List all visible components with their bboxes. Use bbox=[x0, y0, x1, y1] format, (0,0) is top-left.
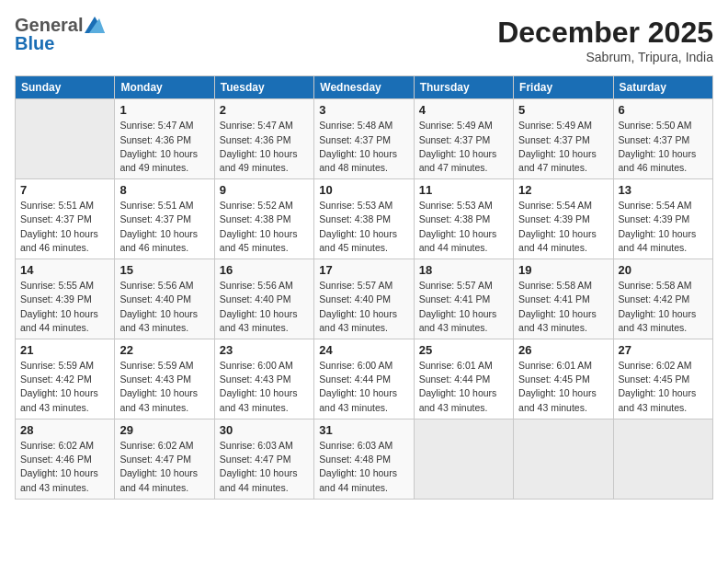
day-info: Sunrise: 5:58 AM Sunset: 4:41 PM Dayligh… bbox=[518, 279, 608, 335]
day-number: 18 bbox=[419, 263, 508, 277]
calendar-cell: 15Sunrise: 5:56 AM Sunset: 4:40 PM Dayli… bbox=[115, 259, 214, 339]
calendar-cell: 29Sunrise: 6:02 AM Sunset: 4:47 PM Dayli… bbox=[115, 419, 214, 499]
day-info: Sunrise: 6:00 AM Sunset: 4:44 PM Dayligh… bbox=[319, 359, 408, 415]
day-number: 2 bbox=[220, 103, 309, 117]
day-number: 5 bbox=[518, 103, 608, 117]
day-info: Sunrise: 5:49 AM Sunset: 4:37 PM Dayligh… bbox=[518, 119, 608, 175]
day-info: Sunrise: 5:51 AM Sunset: 4:37 PM Dayligh… bbox=[20, 199, 109, 255]
page-header: General Blue December 2025 Sabrum, Tripu… bbox=[15, 15, 713, 64]
logo-general: General bbox=[15, 15, 83, 35]
day-number: 28 bbox=[20, 423, 109, 437]
day-info: Sunrise: 5:54 AM Sunset: 4:39 PM Dayligh… bbox=[518, 199, 608, 255]
calendar-cell: 28Sunrise: 6:02 AM Sunset: 4:46 PM Dayli… bbox=[16, 419, 115, 499]
day-info: Sunrise: 6:02 AM Sunset: 4:47 PM Dayligh… bbox=[119, 439, 209, 495]
day-info: Sunrise: 6:00 AM Sunset: 4:43 PM Dayligh… bbox=[220, 359, 309, 415]
weekday-header-thursday: Thursday bbox=[414, 76, 513, 99]
calendar-table: SundayMondayTuesdayWednesdayThursdayFrid… bbox=[15, 75, 713, 499]
calendar-cell: 13Sunrise: 5:54 AM Sunset: 4:39 PM Dayli… bbox=[613, 179, 712, 259]
day-info: Sunrise: 5:52 AM Sunset: 4:38 PM Dayligh… bbox=[220, 199, 309, 255]
day-number: 11 bbox=[419, 183, 508, 197]
calendar-cell: 3Sunrise: 5:48 AM Sunset: 4:37 PM Daylig… bbox=[314, 99, 414, 179]
calendar-cell: 7Sunrise: 5:51 AM Sunset: 4:37 PM Daylig… bbox=[16, 179, 115, 259]
day-info: Sunrise: 5:59 AM Sunset: 4:42 PM Dayligh… bbox=[20, 359, 109, 415]
day-number: 22 bbox=[119, 343, 209, 357]
day-info: Sunrise: 5:53 AM Sunset: 4:38 PM Dayligh… bbox=[319, 199, 408, 255]
calendar-cell: 26Sunrise: 6:01 AM Sunset: 4:45 PM Dayli… bbox=[514, 339, 613, 419]
calendar-cell: 1Sunrise: 5:47 AM Sunset: 4:36 PM Daylig… bbox=[115, 99, 214, 179]
day-info: Sunrise: 6:03 AM Sunset: 4:47 PM Dayligh… bbox=[220, 439, 309, 495]
location-subtitle: Sabrum, Tripura, India bbox=[497, 50, 713, 64]
day-info: Sunrise: 5:48 AM Sunset: 4:37 PM Dayligh… bbox=[319, 119, 408, 175]
weekday-header-saturday: Saturday bbox=[613, 76, 712, 99]
weekday-header-friday: Friday bbox=[514, 76, 613, 99]
calendar-cell: 23Sunrise: 6:00 AM Sunset: 4:43 PM Dayli… bbox=[214, 339, 313, 419]
day-info: Sunrise: 5:55 AM Sunset: 4:39 PM Dayligh… bbox=[20, 279, 109, 335]
day-number: 16 bbox=[220, 263, 309, 277]
day-number: 17 bbox=[319, 263, 408, 277]
calendar-cell: 24Sunrise: 6:00 AM Sunset: 4:44 PM Dayli… bbox=[314, 339, 414, 419]
day-info: Sunrise: 5:47 AM Sunset: 4:36 PM Dayligh… bbox=[119, 119, 209, 175]
day-info: Sunrise: 5:56 AM Sunset: 4:40 PM Dayligh… bbox=[220, 279, 309, 335]
weekday-header-tuesday: Tuesday bbox=[214, 76, 313, 99]
day-info: Sunrise: 5:49 AM Sunset: 4:37 PM Dayligh… bbox=[419, 119, 508, 175]
week-row-1: 1Sunrise: 5:47 AM Sunset: 4:36 PM Daylig… bbox=[16, 99, 713, 179]
day-number: 31 bbox=[319, 423, 408, 437]
day-number: 25 bbox=[419, 343, 508, 357]
day-number: 13 bbox=[619, 183, 708, 197]
day-info: Sunrise: 5:59 AM Sunset: 4:43 PM Dayligh… bbox=[119, 359, 209, 415]
calendar-cell: 22Sunrise: 5:59 AM Sunset: 4:43 PM Dayli… bbox=[115, 339, 214, 419]
calendar-cell: 14Sunrise: 5:55 AM Sunset: 4:39 PM Dayli… bbox=[16, 259, 115, 339]
day-number: 29 bbox=[119, 423, 209, 437]
calendar-cell: 31Sunrise: 6:03 AM Sunset: 4:48 PM Dayli… bbox=[314, 419, 414, 499]
month-title: December 2025 bbox=[497, 15, 713, 50]
logo-blue: Blue bbox=[15, 33, 54, 53]
day-number: 9 bbox=[220, 183, 309, 197]
day-number: 14 bbox=[20, 263, 109, 277]
day-info: Sunrise: 5:50 AM Sunset: 4:37 PM Dayligh… bbox=[619, 119, 708, 175]
calendar-cell: 25Sunrise: 6:01 AM Sunset: 4:44 PM Dayli… bbox=[414, 339, 513, 419]
day-number: 21 bbox=[20, 343, 109, 357]
calendar-cell: 8Sunrise: 5:51 AM Sunset: 4:37 PM Daylig… bbox=[115, 179, 214, 259]
day-number: 20 bbox=[619, 263, 708, 277]
calendar-cell: 17Sunrise: 5:57 AM Sunset: 4:40 PM Dayli… bbox=[314, 259, 414, 339]
calendar-cell: 30Sunrise: 6:03 AM Sunset: 4:47 PM Dayli… bbox=[214, 419, 313, 499]
day-info: Sunrise: 5:57 AM Sunset: 4:41 PM Dayligh… bbox=[419, 279, 508, 335]
calendar-cell bbox=[613, 419, 712, 499]
week-row-5: 28Sunrise: 6:02 AM Sunset: 4:46 PM Dayli… bbox=[16, 419, 713, 499]
day-number: 26 bbox=[518, 343, 608, 357]
day-info: Sunrise: 5:56 AM Sunset: 4:40 PM Dayligh… bbox=[119, 279, 209, 335]
calendar-cell: 21Sunrise: 5:59 AM Sunset: 4:42 PM Dayli… bbox=[16, 339, 115, 419]
day-info: Sunrise: 5:58 AM Sunset: 4:42 PM Dayligh… bbox=[619, 279, 708, 335]
calendar-cell: 18Sunrise: 5:57 AM Sunset: 4:41 PM Dayli… bbox=[414, 259, 513, 339]
day-number: 23 bbox=[220, 343, 309, 357]
day-info: Sunrise: 6:01 AM Sunset: 4:45 PM Dayligh… bbox=[518, 359, 608, 415]
weekday-header-monday: Monday bbox=[115, 76, 214, 99]
calendar-cell: 2Sunrise: 5:47 AM Sunset: 4:36 PM Daylig… bbox=[214, 99, 313, 179]
calendar-cell: 4Sunrise: 5:49 AM Sunset: 4:37 PM Daylig… bbox=[414, 99, 513, 179]
day-info: Sunrise: 5:57 AM Sunset: 4:40 PM Dayligh… bbox=[319, 279, 408, 335]
weekday-header-sunday: Sunday bbox=[16, 76, 115, 99]
calendar-cell: 9Sunrise: 5:52 AM Sunset: 4:38 PM Daylig… bbox=[214, 179, 313, 259]
day-number: 1 bbox=[119, 103, 209, 117]
calendar-cell: 12Sunrise: 5:54 AM Sunset: 4:39 PM Dayli… bbox=[514, 179, 613, 259]
day-info: Sunrise: 6:02 AM Sunset: 4:45 PM Dayligh… bbox=[619, 359, 708, 415]
calendar-cell: 20Sunrise: 5:58 AM Sunset: 4:42 PM Dayli… bbox=[613, 259, 712, 339]
week-row-4: 21Sunrise: 5:59 AM Sunset: 4:42 PM Dayli… bbox=[16, 339, 713, 419]
calendar-cell: 27Sunrise: 6:02 AM Sunset: 4:45 PM Dayli… bbox=[613, 339, 712, 419]
day-info: Sunrise: 6:01 AM Sunset: 4:44 PM Dayligh… bbox=[419, 359, 508, 415]
calendar-cell bbox=[16, 99, 115, 179]
logo-icon bbox=[85, 17, 105, 33]
day-number: 6 bbox=[619, 103, 708, 117]
logo: General Blue bbox=[15, 15, 105, 53]
calendar-cell: 11Sunrise: 5:53 AM Sunset: 4:38 PM Dayli… bbox=[414, 179, 513, 259]
week-row-3: 14Sunrise: 5:55 AM Sunset: 4:39 PM Dayli… bbox=[16, 259, 713, 339]
day-info: Sunrise: 6:02 AM Sunset: 4:46 PM Dayligh… bbox=[20, 439, 109, 495]
title-block: December 2025 Sabrum, Tripura, India bbox=[497, 15, 713, 64]
calendar-cell: 5Sunrise: 5:49 AM Sunset: 4:37 PM Daylig… bbox=[514, 99, 613, 179]
day-number: 7 bbox=[20, 183, 109, 197]
day-info: Sunrise: 6:03 AM Sunset: 4:48 PM Dayligh… bbox=[319, 439, 408, 495]
day-number: 12 bbox=[518, 183, 608, 197]
calendar-cell bbox=[414, 419, 513, 499]
weekday-header-wednesday: Wednesday bbox=[314, 76, 414, 99]
day-number: 24 bbox=[319, 343, 408, 357]
